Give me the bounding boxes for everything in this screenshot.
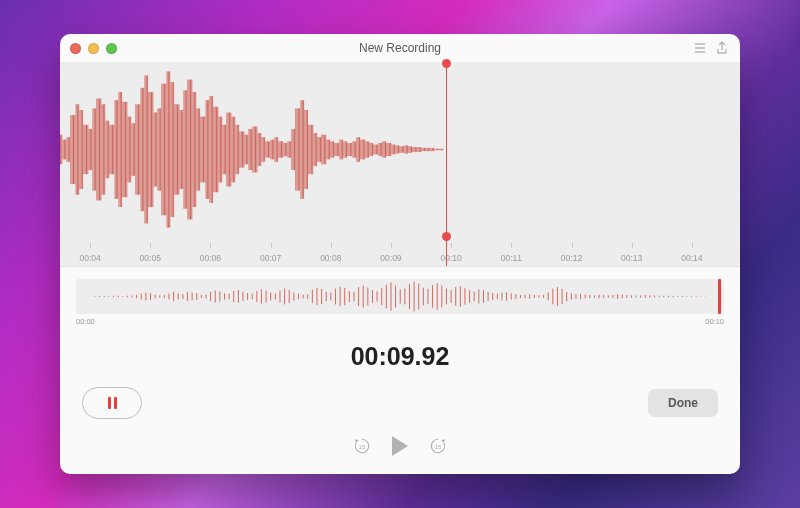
ruler-tick-label: 00:12 [561,253,582,263]
waveform-overview-canvas [76,279,724,314]
svg-text:15: 15 [359,444,365,450]
ruler-tick [391,243,392,248]
done-button[interactable]: Done [648,389,718,417]
ruler-tick-label: 00:14 [681,253,702,263]
minimize-window-button[interactable] [88,43,99,54]
list-icon[interactable] [692,40,708,56]
play-icon [392,436,408,456]
ruler-tick [90,243,91,248]
ruler-tick [632,243,633,248]
window-title: New Recording [60,41,740,55]
pause-icon [108,397,117,409]
share-icon[interactable] [714,40,730,56]
voice-memos-window: New Recording 00:0400:0500:0600:0700:080… [60,34,740,474]
window-controls [70,43,117,54]
close-window-button[interactable] [70,43,81,54]
ruler-tick-label: 00:05 [140,253,161,263]
waveform-overview[interactable] [76,279,724,314]
controls-bar: 15 15 Done [60,387,740,437]
ruler-tick-label: 00:13 [621,253,642,263]
ruler-tick [511,243,512,248]
overview-start-label: 00:00 [76,317,95,326]
ruler-tick-label: 00:10 [441,253,462,263]
ruler-tick [692,243,693,248]
skip-forward-15-button[interactable]: 15 [428,436,448,456]
ruler-tick-label: 00:11 [501,253,522,263]
pause-record-button[interactable] [82,387,142,419]
ruler-tick-label: 00:04 [79,253,100,263]
ruler-tick [572,243,573,248]
overview-playhead[interactable] [718,279,721,314]
play-button[interactable] [392,436,408,456]
ruler-tick-label: 00:06 [200,253,221,263]
time-ruler: 00:0400:0500:0600:0700:0800:0900:1000:11… [60,236,740,266]
ruler-tick-label: 00:08 [320,253,341,263]
ruler-tick [331,243,332,248]
ruler-tick [210,243,211,248]
ruler-tick-label: 00:07 [260,253,281,263]
waveform-overview-area: 00:00 00:10 [60,267,740,330]
current-time-display: 00:09.92 [60,342,740,371]
titlebar: New Recording [60,34,740,62]
overview-end-label: 00:10 [705,317,724,326]
skip-back-15-button[interactable]: 15 [352,436,372,456]
ruler-tick [451,243,452,248]
playhead[interactable] [446,62,447,266]
waveform-main-canvas [60,62,740,237]
ruler-tick [271,243,272,248]
maximize-window-button[interactable] [106,43,117,54]
waveform-main-area[interactable]: 00:0400:0500:0600:0700:0800:0900:1000:11… [60,62,740,267]
svg-text:15: 15 [435,444,441,450]
ruler-tick [150,243,151,248]
ruler-tick-label: 00:09 [380,253,401,263]
